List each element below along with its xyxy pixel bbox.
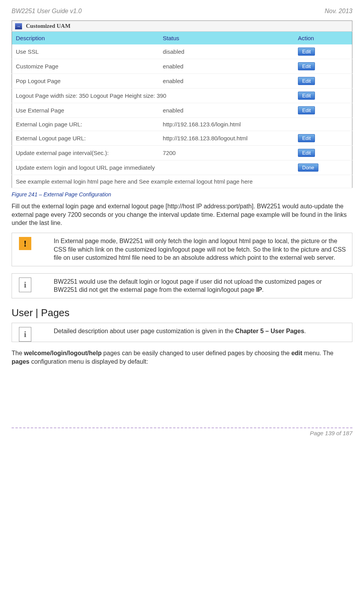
table-row: Logout Page width size: 350 Logout Page … <box>12 89 352 103</box>
edit-button[interactable]: Edit <box>298 92 315 100</box>
table-row: Pop Logout PageenabledEdit <box>12 74 352 89</box>
edit-button[interactable]: Edit <box>298 77 315 85</box>
info-text: Detailed description about user page cus… <box>54 323 311 339</box>
info-note: i BW2251 would use the default login or … <box>12 273 352 298</box>
info-icon: i <box>19 278 31 292</box>
info-text: BW2251 would use the default login or lo… <box>54 274 352 298</box>
column-headers: Description Status Action <box>12 32 352 45</box>
edit-button[interactable]: Edit <box>298 48 315 56</box>
warning-icon: ! <box>19 237 31 250</box>
figure-caption: Figure 241 – External Page Configuration <box>12 191 352 198</box>
table-row: Use External PageenabledEdit <box>12 103 352 118</box>
edit-button[interactable]: Edit <box>298 149 315 157</box>
col-status: Status <box>159 32 294 45</box>
paragraph: Fill out the external login page and ext… <box>12 202 352 227</box>
panel-title: Customized UAM <box>26 23 70 29</box>
section-heading: User | Pages <box>12 307 352 319</box>
page-number: Page 139 of 187 <box>310 430 352 436</box>
config-panel: → Customized UAM Description Status Acti… <box>12 20 352 188</box>
edit-button[interactable]: Edit <box>298 134 315 142</box>
table-row: External Login page URL:http://192.168.1… <box>12 118 352 131</box>
warning-text: In External page mode, BW2251 will only … <box>54 233 352 266</box>
info-icon: i <box>19 327 31 342</box>
table-row: Customize PageenabledEdit <box>12 59 352 74</box>
panel-title-row: → Customized UAM <box>12 21 352 32</box>
table-row: Update extern login and logout URL page … <box>12 160 352 175</box>
table-row: External Logout page URL:http://192.168.… <box>12 131 352 146</box>
col-description: Description <box>12 32 159 45</box>
paragraph: The welcome/login/logout/help pages can … <box>12 349 352 366</box>
header-left: BW2251 User Guide v1.0 <box>12 8 82 15</box>
edit-button[interactable]: Edit <box>298 106 315 114</box>
example-links-row: See example external login html page her… <box>12 175 352 188</box>
warning-note: ! In External page mode, BW2251 will onl… <box>12 233 352 266</box>
page-header: BW2251 User Guide v1.0 Nov. 2013 <box>12 8 352 15</box>
table-row: Update external page interval(Sec.):7200… <box>12 146 352 160</box>
info-note: i Detailed description about user page c… <box>12 323 352 342</box>
done-button[interactable]: Done <box>298 163 318 172</box>
arrow-icon: → <box>15 23 22 29</box>
col-action: Action <box>294 32 352 45</box>
page-footer: Page 139 of 187 <box>12 427 352 436</box>
header-right: Nov. 2013 <box>325 8 352 15</box>
table-row: Use SSLdisabledEdit <box>12 44 352 59</box>
edit-button[interactable]: Edit <box>298 62 315 70</box>
